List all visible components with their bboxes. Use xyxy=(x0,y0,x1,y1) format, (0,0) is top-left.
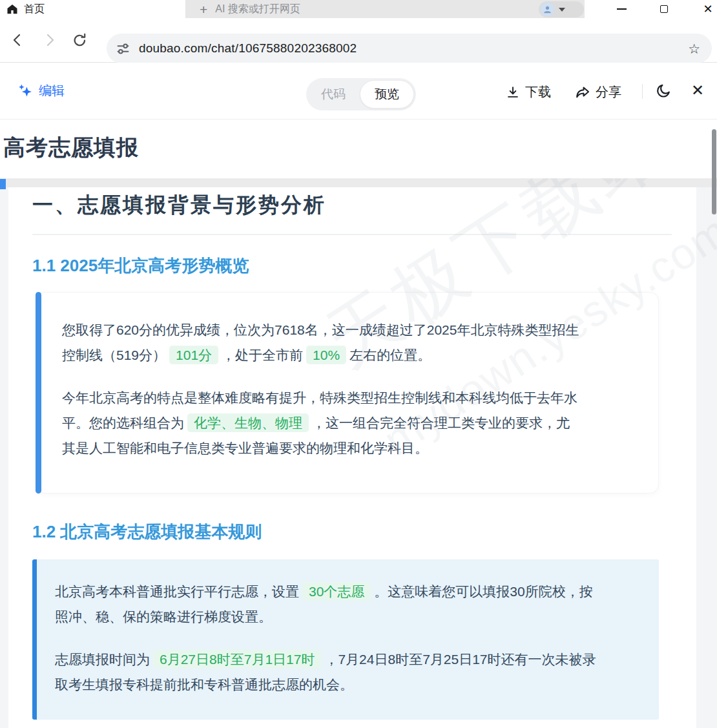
highlight-chip: 30个志愿 xyxy=(302,582,371,601)
browser-tab-bar: 首页 + AI 搜索或打开网页 ✕ xyxy=(0,0,717,18)
forward-button[interactable] xyxy=(41,32,58,48)
section-heading-1: 一、志愿填报背景与形势分析 xyxy=(32,191,672,235)
toolbar-divider xyxy=(642,84,643,99)
reload-button[interactable] xyxy=(71,32,88,48)
edit-label: 编辑 xyxy=(39,82,65,99)
preview-close-button[interactable]: ✕ xyxy=(691,81,704,99)
tab-home[interactable]: 首页 xyxy=(6,1,45,17)
code-preview-toggle: 代码 预览 xyxy=(306,78,416,110)
window-minimize-button[interactable] xyxy=(610,0,632,18)
maximize-icon xyxy=(660,5,668,13)
callout-overview: 您取得了620分的优异成绩，位次为7618名，这一成绩超过了2025年北京特殊类… xyxy=(36,292,659,494)
content-top-band xyxy=(0,178,717,187)
document-title: 高考志愿填报 xyxy=(3,133,139,163)
subsection-heading-1-1: 1.1 2025年北京高考形势概览 xyxy=(32,255,249,277)
avatar xyxy=(541,3,554,16)
download-button[interactable]: 下载 xyxy=(506,83,551,101)
tune-icon[interactable] xyxy=(116,42,130,56)
tab-new-label: AI 搜索或打开网页 xyxy=(215,3,300,16)
paragraph-subjects: 今年北京高考的特点是整体难度略有提升，特殊类型招生控制线和本科线均低于去年水平。… xyxy=(62,385,581,461)
document-header: 高考志愿填报 xyxy=(0,120,717,178)
profile-menu[interactable] xyxy=(539,1,584,17)
minimize-icon xyxy=(617,8,627,10)
share-button[interactable]: 分享 xyxy=(575,83,621,101)
home-icon xyxy=(6,3,18,15)
tab-preview[interactable]: 预览 xyxy=(360,80,414,109)
paragraph-parallel-volunteer: 北京高考本科普通批实行平行志愿，设置30个志愿。这意味着您可以填报30所院校，按… xyxy=(55,579,598,629)
dark-mode-toggle[interactable] xyxy=(656,83,672,99)
share-label: 分享 xyxy=(596,83,621,101)
subsection-heading-1-2: 1.2 北京高考志愿填报基本规则 xyxy=(32,521,262,543)
paragraph-schedule: 志愿填报时间为6月27日8时至7月1日17时，7月24日8时至7月25日17时还… xyxy=(55,647,598,697)
moon-icon xyxy=(656,83,672,99)
chevron-down-icon xyxy=(559,8,565,12)
plus-icon: + xyxy=(200,3,207,16)
highlight-chip: 10% xyxy=(306,346,346,364)
sparkle-icon xyxy=(17,83,34,99)
download-label: 下载 xyxy=(525,83,551,101)
browser-address-bar: doubao.com/chat/10675880202368002 ☆ xyxy=(0,18,717,63)
highlight-chip: 化学、生物、物理 xyxy=(187,413,309,432)
tab-code[interactable]: 代码 xyxy=(306,86,360,103)
highlight-chip: 6月27日8时至7月1日17时 xyxy=(153,650,321,669)
window-maximize-button[interactable] xyxy=(653,0,675,18)
url-field[interactable]: doubao.com/chat/10675880202368002 ☆ xyxy=(107,34,712,63)
download-icon xyxy=(506,85,520,99)
url-text[interactable]: doubao.com/chat/10675880202368002 xyxy=(139,41,357,56)
highlight-chip: 101分 xyxy=(169,346,218,364)
share-icon xyxy=(575,85,590,100)
scroll-position-marker xyxy=(0,179,6,189)
paragraph-score: 您取得了620分的优异成绩，位次为7618名，这一成绩超过了2025年北京特殊类… xyxy=(62,317,581,368)
bookmark-star-icon[interactable]: ☆ xyxy=(688,42,700,56)
preview-toolbar: 编辑 代码 预览 下载 分享 ✕ xyxy=(0,63,717,120)
scrollbar-thumb[interactable] xyxy=(712,129,716,214)
back-button[interactable] xyxy=(9,32,26,48)
tab-new-ai-search[interactable]: + AI 搜索或打开网页 xyxy=(185,0,585,18)
edit-button[interactable]: 编辑 xyxy=(17,82,65,99)
window-close-button[interactable]: ✕ xyxy=(697,0,717,18)
callout-rules: 北京高考本科普通批实行平行志愿，设置30个志愿。这意味着您可以填报30所院校，按… xyxy=(32,559,659,720)
tab-home-label: 首页 xyxy=(24,3,45,16)
